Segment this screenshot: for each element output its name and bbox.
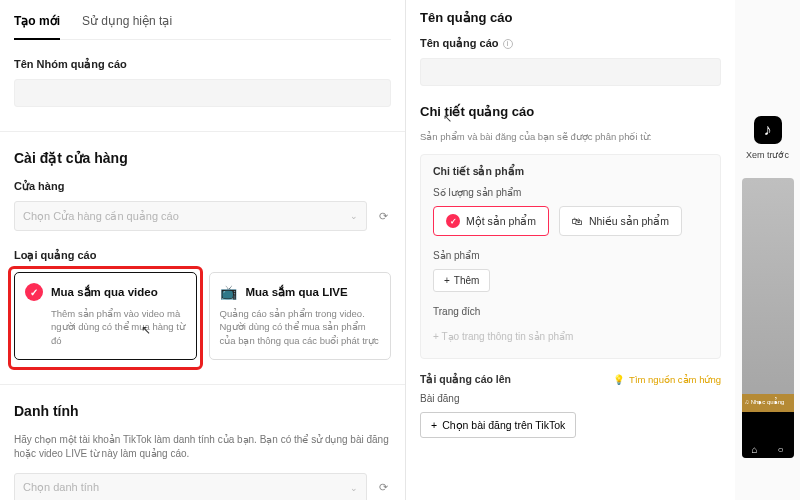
identity-title: Danh tính — [14, 403, 391, 419]
chevron-down-icon: ⌄ — [350, 483, 358, 493]
ad-type-options: Mua sắm qua video Thêm sản phẩm vào vide… — [14, 272, 391, 360]
bag-icon: 🛍 — [572, 215, 583, 227]
option-live-title: Mua sắm qua LIVE — [246, 285, 348, 299]
ad-name-title: Tên quảng cáo — [420, 10, 721, 25]
product-label: Sản phẩm — [433, 250, 708, 261]
landing-label: Trang đích — [433, 306, 708, 317]
identity-select[interactable]: Chọn danh tính ⌄ — [14, 473, 367, 500]
tab-existing[interactable]: Sử dụng hiện tại — [82, 8, 172, 39]
chip-multi-label: Nhiều sản phẩm — [589, 215, 669, 227]
divider — [0, 384, 405, 385]
shop-settings-section: Cài đặt cửa hàng Cửa hàng Chọn Cửa hàng … — [14, 150, 391, 360]
plus-icon: + — [444, 275, 450, 286]
product-qty-label: Số lượng sản phẩm — [433, 187, 708, 198]
ad-group-name-label: Tên Nhóm quảng cáo — [14, 58, 391, 71]
preview-label: Xem trước — [746, 150, 789, 160]
identity-select-placeholder: Chọn danh tính — [23, 481, 99, 494]
cursor-icon: ↖ — [443, 112, 452, 125]
preview-sidebar: ♪ Xem trước ♫ Nhạc quảng ⌂ ○ — [735, 0, 800, 500]
ad-name-label: Tên quảng cáo i — [420, 37, 721, 50]
ad-group-name-section: Tên Nhóm quảng cáo — [14, 58, 391, 107]
shop-select-placeholder: Chọn Cửa hàng cần quảng cáo — [23, 210, 179, 223]
refresh-icon[interactable]: ⟳ — [375, 208, 391, 224]
shop-select[interactable]: Chọn Cửa hàng cần quảng cáo ⌄ — [14, 201, 367, 231]
option-video-shopping[interactable]: Mua sắm qua video Thêm sản phẩm vào vide… — [14, 272, 197, 360]
option-live-shopping[interactable]: 📺 Mua sắm qua LIVE Quảng cáo sản phẩm tr… — [209, 272, 392, 360]
search-icon: ○ — [776, 444, 786, 454]
product-details-header: Chi tiết sản phẩm — [433, 165, 708, 177]
tab-create[interactable]: Tạo mới — [14, 8, 60, 40]
option-live-desc: Quảng cáo sản phẩm trong video. Người dù… — [220, 307, 381, 347]
divider — [0, 131, 405, 132]
chevron-down-icon: ⌄ — [350, 211, 358, 221]
option-video-title: Mua sắm qua video — [51, 285, 158, 299]
left-panel: Tạo mới Sử dụng hiện tại Tên Nhóm quảng … — [0, 0, 405, 500]
identity-desc: Hãy chọn một tài khoản TikTok làm danh t… — [14, 433, 391, 461]
upload-label: Tải quảng cáo lên — [420, 373, 511, 385]
landing-disabled: + Tạo trang thông tin sản phẩm — [433, 325, 708, 348]
add-button-label: Thêm — [454, 275, 480, 286]
tiktok-logo-icon: ♪ — [754, 116, 782, 144]
refresh-icon[interactable]: ⟳ — [375, 480, 391, 496]
phone-nav: ⌂ ○ — [742, 412, 794, 458]
shop-settings-title: Cài đặt cửa hàng — [14, 150, 391, 166]
right-main: Tên quảng cáo Tên quảng cáo i Chi tiết q… — [406, 0, 735, 500]
product-card: Chi tiết sản phẩm Số lượng sản phẩm Một … — [420, 154, 721, 359]
option-video-desc: Thêm sản phẩm vào video mà người dùng có… — [25, 307, 186, 347]
info-icon: i — [503, 39, 513, 49]
phone-preview: ♫ Nhạc quảng ⌂ ○ — [742, 178, 794, 458]
chip-single-label: Một sản phẩm — [466, 215, 536, 227]
chip-multi-product[interactable]: 🛍 Nhiều sản phẩm — [559, 206, 682, 236]
right-panel: Tên quảng cáo Tên quảng cáo i Chi tiết q… — [405, 0, 800, 500]
ad-group-name-input[interactable] — [14, 79, 391, 107]
choose-post-button[interactable]: + Chọn bài đăng trên TikTok — [420, 412, 576, 438]
bulb-icon: 💡 — [613, 374, 625, 385]
check-icon — [25, 283, 43, 301]
ad-details-sub: Sản phẩm và bài đăng của bạn sẽ được phâ… — [420, 131, 721, 142]
ad-details-title: Chi tiết quảng cáo — [420, 104, 721, 119]
cursor-icon: ↖ — [141, 323, 151, 337]
phone-audio-text: ♫ Nhạc quảng — [742, 399, 785, 405]
home-icon: ⌂ — [750, 444, 760, 454]
chip-single-product[interactable]: Một sản phẩm — [433, 206, 549, 236]
phone-audio-bar: ♫ Nhạc quảng — [742, 394, 794, 412]
inspiration-link[interactable]: 💡 Tìm nguồn cảm hứng — [613, 374, 721, 385]
add-product-button[interactable]: + Thêm — [433, 269, 490, 292]
ad-type-label: Loại quảng cáo — [14, 249, 391, 262]
check-icon — [446, 214, 460, 228]
live-icon: 📺 — [220, 283, 238, 301]
tabs: Tạo mới Sử dụng hiện tại — [14, 8, 391, 40]
plus-icon: + — [431, 419, 437, 431]
post-label: Bài đăng — [420, 393, 721, 404]
identity-section: Danh tính Hãy chọn một tài khoản TikTok … — [14, 403, 391, 500]
shop-label: Cửa hàng — [14, 180, 391, 193]
ad-name-input[interactable] — [420, 58, 721, 86]
choose-post-label: Chọn bài đăng trên TikTok — [442, 419, 565, 431]
